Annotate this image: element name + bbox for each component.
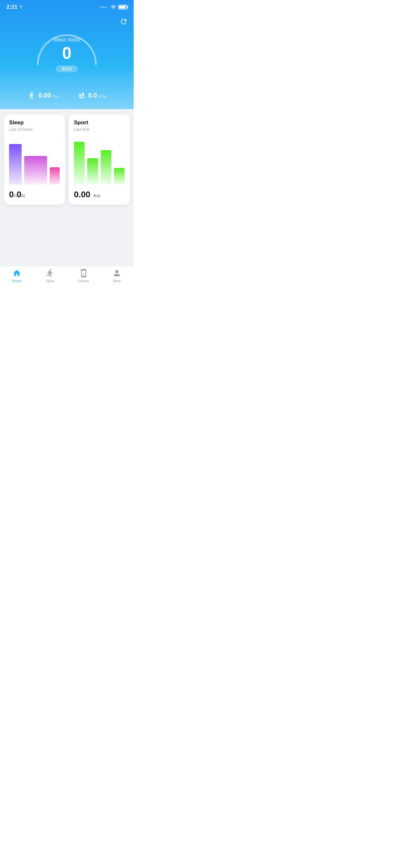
sport-unit: Km	[94, 193, 100, 198]
tab-bar: Home Sport Device Mine	[0, 266, 134, 289]
device-icon	[79, 269, 88, 278]
home-tab-label: Home	[12, 279, 21, 283]
mine-tab-label: Mine	[113, 279, 121, 283]
tab-mine[interactable]: Mine	[100, 269, 134, 283]
sleep-mins-label: M	[21, 193, 25, 198]
status-icons	[100, 5, 127, 9]
sport-distance: 0.00	[74, 190, 90, 199]
sleep-value: 0H0M	[9, 190, 60, 199]
time-display: 2:21	[6, 4, 18, 10]
refresh-button[interactable]	[120, 18, 128, 28]
distance-icon	[27, 91, 36, 99]
sleep-card-title: Sleep	[9, 120, 60, 126]
mine-icon	[112, 269, 121, 278]
sleep-card-subtitle: Last 24 hours	[9, 127, 60, 132]
sport-tab-label: Sport	[46, 279, 54, 283]
steps-value: 0	[62, 43, 72, 63]
sleep-bar-3	[50, 167, 60, 184]
device-tab-label: Device	[78, 279, 89, 283]
sleep-hours: 0	[9, 190, 13, 199]
calories-stat: 0.0 kCal	[78, 91, 106, 99]
sleep-hours-label: H	[13, 193, 17, 198]
sleep-chart	[9, 137, 60, 184]
sport-value: 0.00 Km	[74, 190, 125, 199]
sleep-mins: 0	[17, 190, 21, 199]
calories-number: 0.0	[88, 92, 97, 99]
scrollable-content: Sleep Last 24 hours	[0, 109, 134, 275]
tab-sport[interactable]: Sport	[34, 269, 67, 283]
steps-gauge: Steps today 0 8000	[28, 14, 105, 85]
tab-home[interactable]: Home	[0, 269, 34, 283]
wifi-icon	[111, 5, 116, 9]
steps-label: Steps today	[53, 37, 81, 42]
signal-icon	[100, 6, 109, 8]
status-time: 2:21	[6, 4, 23, 10]
location-icon	[19, 5, 23, 9]
sleep-bar-1	[9, 144, 22, 184]
sport-bar-2	[87, 158, 98, 184]
sleep-card[interactable]: Sleep Last 24 hours	[4, 114, 65, 205]
distance-number: 0.00	[38, 92, 51, 99]
status-bar: 2:21	[0, 0, 134, 12]
cards-area: Sleep Last 24 hours	[0, 109, 134, 210]
distance-value: 0.00 Km	[38, 92, 58, 99]
sport-card-subtitle: Last time	[74, 127, 125, 132]
sport-bar-3	[101, 150, 112, 184]
sport-bar-4	[114, 168, 125, 184]
home-icon	[12, 269, 21, 278]
sport-card[interactable]: Sport Last time	[69, 114, 130, 205]
empty-space	[0, 210, 134, 275]
sleep-bar-2	[24, 156, 47, 184]
stats-row: 0.00 Km 0.0 kCal	[27, 91, 106, 99]
calories-value: 0.0 kCal	[88, 92, 106, 99]
tab-device[interactable]: Device	[67, 269, 100, 283]
battery-icon	[118, 5, 127, 9]
sport-card-title: Sport	[74, 120, 125, 126]
calories-icon	[78, 91, 86, 99]
hero-section: Steps today 0 8000 0.00 Km	[0, 0, 134, 109]
distance-unit: Km	[53, 94, 58, 98]
sport-icon	[45, 269, 55, 278]
calories-unit: kCal	[99, 94, 106, 98]
sport-bar-1	[74, 142, 85, 184]
sport-chart	[74, 137, 125, 184]
steps-target: 8000	[56, 65, 78, 72]
distance-stat: 0.00 Km	[27, 91, 58, 99]
